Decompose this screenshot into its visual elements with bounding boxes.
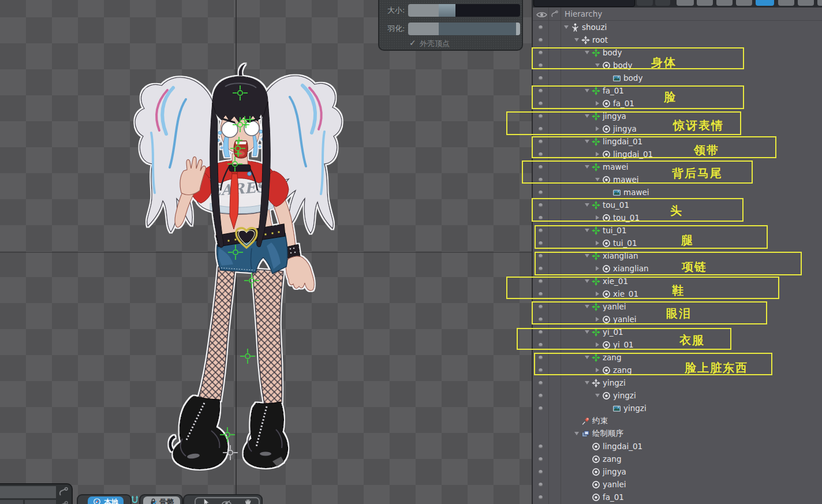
visibility-dot[interactable] <box>539 216 543 220</box>
chevron-down-icon[interactable] <box>573 432 581 435</box>
tree-row-xie_01[interactable]: xie_01 <box>533 288 822 300</box>
chevron-down-icon[interactable] <box>583 229 591 232</box>
tree-row-yi_01[interactable]: yi_01 <box>533 338 822 351</box>
tree-row-mawei[interactable]: mawei <box>533 173 822 186</box>
feather-slider[interactable] <box>408 23 520 35</box>
tree-row-zang[interactable]: zang <box>533 364 822 376</box>
feather-slider-handle[interactable] <box>516 23 520 35</box>
tree-row-xie_01[interactable]: xie_01 <box>533 275 822 288</box>
tree-row-yingzi[interactable]: yingzi <box>533 376 822 389</box>
hand-tool-icon[interactable] <box>244 498 252 504</box>
chevron-down-icon[interactable] <box>583 279 591 283</box>
tree-row-lingdai_01[interactable]: lingdai_01 <box>533 148 822 160</box>
tree-row-jingya[interactable]: jingya <box>533 110 822 122</box>
tree-row-yi_01[interactable]: yi_01 <box>533 326 822 338</box>
toolbar-button[interactable] <box>736 0 752 6</box>
chevron-right-icon[interactable] <box>593 215 601 220</box>
tree-row-约束[interactable]: 约束 <box>533 415 822 427</box>
visibility-dot[interactable] <box>539 368 543 372</box>
visibility-dot[interactable] <box>539 330 543 334</box>
chevron-right-icon[interactable] <box>593 241 601 245</box>
tree-row-jingya[interactable]: jingya <box>533 122 822 135</box>
visibility-dot[interactable] <box>539 127 543 131</box>
tree-row-jingya[interactable]: jingya <box>533 465 822 478</box>
visibility-dot[interactable] <box>539 356 543 360</box>
hull-vertices-checkbox[interactable]: ✓ <box>409 38 416 47</box>
chevron-down-icon[interactable] <box>583 254 591 257</box>
tree-row-tui_01[interactable]: tui_01 <box>533 237 822 249</box>
chevron-down-icon[interactable] <box>562 25 570 29</box>
size-slider-handle[interactable] <box>439 4 455 17</box>
visibility-dot[interactable] <box>539 394 543 398</box>
toolbar-button[interactable] <box>798 0 814 6</box>
chevron-down-icon[interactable] <box>583 165 591 169</box>
visibility-dot[interactable] <box>539 241 543 245</box>
visibility-dot[interactable] <box>539 38 543 42</box>
chevron-right-icon[interactable] <box>593 368 601 372</box>
visibility-dot[interactable] <box>539 483 543 487</box>
tree-row-root[interactable]: root <box>533 33 822 46</box>
tree-row-fa_01[interactable]: fa_01 <box>533 84 822 97</box>
tree-row-yingzi[interactable]: yingzi <box>533 402 822 415</box>
visibility-dot[interactable] <box>539 191 543 195</box>
local-mode-button[interactable]: 本地 <box>88 496 124 504</box>
visibility-dot[interactable] <box>539 152 543 156</box>
chevron-down-icon[interactable] <box>593 394 601 397</box>
chevron-down-icon[interactable] <box>583 140 591 143</box>
tree-row-zang[interactable]: zang <box>533 453 822 465</box>
visibility-dot[interactable] <box>539 114 543 118</box>
chevron-right-icon[interactable] <box>593 266 601 271</box>
chevron-down-icon[interactable] <box>573 38 581 42</box>
visibility-dot[interactable] <box>539 203 543 207</box>
toolbar-button[interactable] <box>756 0 774 6</box>
tree-row-body[interactable]: body <box>533 59 822 72</box>
tree-row-yanlei[interactable]: yanlei <box>533 300 822 313</box>
visibility-dot[interactable] <box>539 495 543 499</box>
toolbar-button[interactable] <box>655 0 670 6</box>
chevron-right-icon[interactable] <box>593 126 601 131</box>
visibility-dot[interactable] <box>539 51 543 55</box>
chevron-down-icon[interactable] <box>583 330 591 334</box>
visibility-tool-icon[interactable] <box>222 498 231 504</box>
chevron-down-icon[interactable] <box>593 64 601 67</box>
toolbar-button[interactable] <box>697 0 713 6</box>
key-icon[interactable] <box>58 487 70 497</box>
visibility-dot[interactable] <box>539 305 543 309</box>
visibility-dot[interactable] <box>539 457 543 461</box>
chevron-down-icon[interactable] <box>583 114 591 118</box>
visibility-dot[interactable] <box>539 406 543 410</box>
tree-row-xianglian[interactable]: xianglian <box>533 262 822 275</box>
tree-row-yingzi[interactable]: yingzi <box>533 389 822 402</box>
tree-row-fa_01[interactable]: fa_01 <box>533 97 822 110</box>
visibility-dot[interactable] <box>539 267 543 271</box>
tree-row-mawei[interactable]: mawei <box>533 160 822 173</box>
bones-lock-button[interactable]: 骨骼 <box>143 496 180 504</box>
tree-row-tou_01[interactable]: tou_01 <box>533 199 822 211</box>
scene-viewport[interactable]: DEAREST <box>0 0 532 504</box>
magnet-icon[interactable] <box>131 495 139 504</box>
chevron-right-icon[interactable] <box>593 342 601 347</box>
chevron-down-icon[interactable] <box>583 89 591 92</box>
visibility-dot[interactable] <box>539 140 543 144</box>
chevron-right-icon[interactable] <box>593 101 601 106</box>
chevron-down-icon[interactable] <box>583 381 591 384</box>
visibility-dot[interactable] <box>539 89 543 93</box>
toolbar-button[interactable] <box>677 0 694 6</box>
size-slider[interactable] <box>408 4 520 17</box>
visibility-dot[interactable] <box>539 178 543 182</box>
visibility-dot[interactable] <box>539 102 543 106</box>
tree-row-tou_01[interactable]: tou_01 <box>533 211 822 224</box>
toolbar-button[interactable] <box>817 0 822 6</box>
tree-row-yanlei[interactable]: yanlei <box>533 478 822 491</box>
key-icon[interactable] <box>58 501 70 504</box>
tree-row-yanlei[interactable]: yanlei <box>533 313 822 326</box>
visibility-dot[interactable] <box>539 445 543 449</box>
tree-row-绘制顺序[interactable]: 绘制顺序 <box>533 427 822 440</box>
chevron-down-icon[interactable] <box>583 356 591 359</box>
tree-row-lingdai_01[interactable]: lingdai_01 <box>533 440 822 453</box>
tree-row-mawei[interactable]: mawei <box>533 186 822 199</box>
visibility-dot[interactable] <box>539 470 543 474</box>
tree-row-fa_01[interactable]: fa_01 <box>533 491 822 503</box>
tree-row-body[interactable]: body <box>533 72 822 84</box>
tree-row-xianglian[interactable]: xianglian <box>533 249 822 262</box>
